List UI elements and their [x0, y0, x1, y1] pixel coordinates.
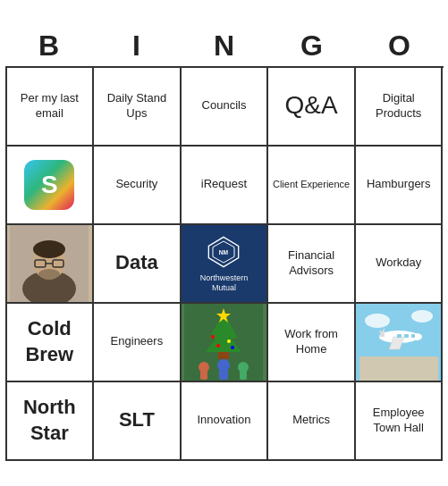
letter-n: N: [185, 29, 264, 63]
cell-label-r3c1: Engineers: [111, 334, 164, 349]
svg-point-3: [33, 240, 65, 258]
svg-rect-35: [397, 334, 402, 338]
bingo-header: B I N G O: [5, 26, 444, 66]
bingo-cell-r0c2[interactable]: Councils: [182, 68, 269, 147]
svg-rect-21: [240, 371, 247, 380]
cell-label-r1c4: Hamburgers: [367, 177, 431, 192]
svg-point-22: [211, 335, 215, 339]
bingo-cell-r1c2[interactable]: iRequest: [182, 147, 269, 225]
letter-o: O: [360, 29, 439, 63]
bingo-cell-r4c4[interactable]: Employee Town Hall: [356, 382, 444, 461]
cell-label-r4c0: North Star: [11, 395, 89, 446]
bingo-cell-r0c3[interactable]: Q&A: [268, 68, 356, 147]
svg-rect-36: [404, 334, 409, 338]
svg-text:NM: NM: [219, 249, 229, 256]
bingo-cell-r2c2[interactable]: NM NorthwesternMutual: [182, 225, 269, 304]
cell-label-r4c3: Metrics: [292, 413, 330, 428]
cell-label-r0c0: Per my last email: [11, 91, 89, 122]
bingo-cell-r3c0[interactable]: Cold Brew: [7, 304, 95, 382]
cell-label-r2c1: Data: [115, 250, 158, 276]
bingo-cell-r3c3[interactable]: Work from Home: [268, 304, 356, 382]
svg-point-28: [365, 314, 390, 328]
bingo-card: B I N G O Per my last emailDaily Stand U…: [5, 26, 444, 461]
bingo-cell-r1c0[interactable]: S: [7, 147, 95, 225]
cell-label-r4c2: Innovation: [197, 413, 250, 428]
svg-point-23: [227, 339, 231, 343]
bingo-cell-r2c3[interactable]: Financial Advisors: [268, 225, 356, 304]
cell-label-r0c2: Councils: [202, 98, 247, 113]
svg-rect-17: [200, 371, 207, 380]
bingo-cell-r0c1[interactable]: Daily Stand Ups: [94, 68, 182, 147]
svg-rect-37: [411, 334, 415, 338]
bingo-cell-r4c2[interactable]: Innovation: [182, 382, 269, 461]
bingo-cell-r2c4[interactable]: Workday: [356, 225, 444, 304]
nm-label: NorthwesternMutual: [200, 273, 249, 293]
cell-label-r3c0: Cold Brew: [11, 316, 89, 367]
bingo-cell-r2c0[interactable]: [7, 225, 95, 304]
cell-label-r1c1: Security: [115, 177, 157, 192]
bingo-cell-r3c2[interactable]: [182, 304, 269, 382]
bingo-cell-r1c4[interactable]: Hamburgers: [356, 147, 444, 225]
cell-label-r4c4: Employee Town Hall: [359, 406, 438, 436]
svg-point-18: [217, 359, 230, 372]
svg-rect-14: [218, 352, 229, 359]
svg-point-25: [231, 346, 234, 349]
bingo-cell-r1c1[interactable]: Security: [94, 147, 182, 225]
person-photo: [7, 225, 93, 302]
airplane-photo: [356, 304, 442, 381]
svg-rect-19: [219, 370, 228, 380]
cell-label-r4c1: SLT: [119, 407, 155, 433]
cell-label-r0c4: Digital Products: [359, 91, 438, 122]
letter-b: B: [10, 29, 89, 63]
svg-point-24: [216, 344, 220, 348]
bingo-grid: Per my last emailDaily Stand UpsCouncils…: [5, 66, 444, 461]
cell-label-r1c2: iRequest: [201, 177, 247, 192]
bingo-cell-r0c0[interactable]: Per my last email: [7, 68, 95, 147]
bingo-cell-r0c4[interactable]: Digital Products: [356, 68, 444, 147]
letter-i: I: [97, 29, 176, 63]
bingo-cell-r2c1[interactable]: Data: [94, 225, 182, 304]
bingo-cell-r4c3[interactable]: Metrics: [268, 382, 356, 461]
bingo-cell-r4c0[interactable]: North Star: [7, 382, 95, 461]
cell-label-r3c3: Work from Home: [272, 327, 351, 357]
svg-point-7: [38, 269, 60, 280]
northwestern-mutual-box: NM NorthwesternMutual: [182, 225, 267, 302]
cell-label-r0c3: Q&A: [285, 89, 338, 122]
bingo-cell-r1c3[interactable]: Client Experience: [268, 147, 356, 225]
svg-rect-27: [359, 356, 438, 381]
slack-icon: S: [24, 160, 74, 210]
cell-label-r2c4: Workday: [376, 256, 421, 271]
svg-point-29: [411, 310, 433, 323]
bingo-cell-r4c1[interactable]: SLT: [94, 382, 182, 461]
cell-label-r2c3: Financial Advisors: [272, 248, 351, 279]
group-photo: [182, 304, 267, 381]
bingo-cell-r3c1[interactable]: Engineers: [94, 304, 182, 382]
cell-label-r1c3: Client Experience: [273, 178, 350, 190]
bingo-cell-r3c4[interactable]: [356, 304, 444, 382]
cell-label-r0c1: Daily Stand Ups: [97, 91, 176, 122]
letter-g: G: [273, 29, 351, 63]
